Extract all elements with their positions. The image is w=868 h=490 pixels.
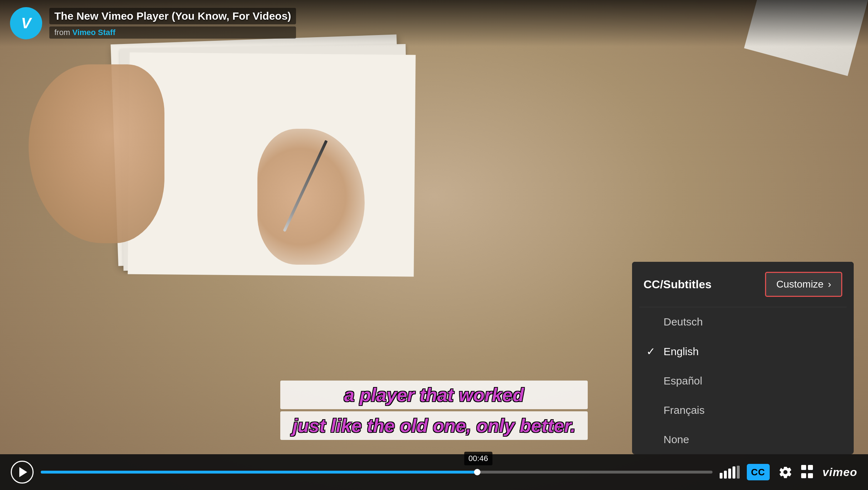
progress-bar[interactable]: 00:46 [41,471,712,474]
language-item-francais[interactable]: Français [632,396,854,425]
cc-button[interactable]: CC [747,464,770,480]
cc-subtitles-menu: CC/Subtitles Customize › Deutsch ✓ Engli… [632,262,854,454]
from-label: from [54,28,70,37]
vimeo-v-icon: V [21,15,31,32]
grid-dot-4 [808,473,813,478]
subtitle-area: a player that worked just like the old o… [280,381,588,440]
language-label-espanol: Español [664,375,702,387]
gear-svg [778,465,793,479]
volume-bar-1 [720,473,722,479]
progress-thumb: 00:46 [474,469,480,475]
volume-control[interactable] [720,466,740,479]
volume-bar-4 [733,466,735,479]
customize-button[interactable]: Customize › [765,272,842,297]
language-label-none: None [664,433,689,446]
progress-fill [41,471,477,474]
fullscreen-icon[interactable] [801,465,815,479]
settings-icon[interactable] [777,464,794,481]
language-label-deutsch: Deutsch [664,316,703,328]
language-item-english[interactable]: ✓ English [632,337,854,366]
checkmark-icon: ✓ [646,345,658,358]
vimeo-logo-text[interactable]: vimeo [823,466,857,479]
language-item-none[interactable]: None [632,425,854,454]
title-text-area: The New Vimeo Player (You Know, For Vide… [49,8,296,39]
vimeo-logo-circle[interactable]: V [10,7,42,39]
cc-menu-title: CC/Subtitles [643,278,711,291]
play-button[interactable] [11,461,34,484]
grid-dot-2 [808,465,813,470]
volume-bar-2 [724,471,727,479]
subtitle-line-2: just like the old one, only better. [280,411,588,440]
video-player: V The New Vimeo Player (You Know, For Vi… [0,0,868,490]
cc-button-label: CC [751,467,765,478]
grid-dot-1 [801,465,806,470]
chevron-right-icon: › [828,279,831,290]
author-link[interactable]: Vimeo Staff [72,28,115,37]
video-title: The New Vimeo Player (You Know, For Vide… [49,8,296,24]
language-item-espanol[interactable]: Español [632,366,854,396]
video-title-overlay: V The New Vimeo Player (You Know, For Vi… [0,0,868,46]
language-label-english: English [664,346,699,358]
controls-bar: 00:46 CC vimeo [0,454,868,490]
play-icon [19,467,27,477]
cc-menu-header: CC/Subtitles Customize › [632,262,854,307]
grid-dot-3 [801,473,806,478]
customize-label: Customize [776,279,823,290]
volume-bar-5 [737,466,740,479]
subtitle-line-1: a player that worked [280,381,588,409]
volume-bar-3 [728,469,731,479]
time-tooltip: 00:46 [464,452,492,465]
language-label-francais: Français [664,404,705,416]
language-item-deutsch[interactable]: Deutsch [632,307,854,337]
video-from: from Vimeo Staff [49,26,296,39]
